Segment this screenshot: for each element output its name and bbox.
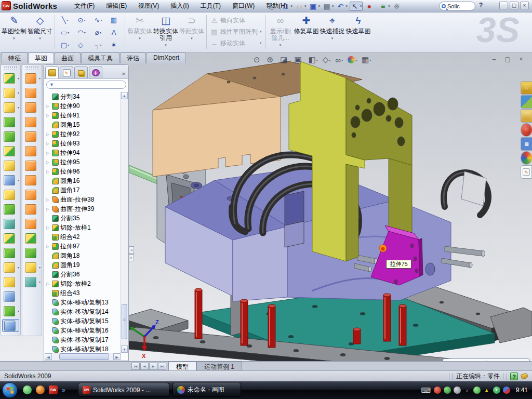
surface-tool-button[interactable]: ▾ xyxy=(23,217,41,230)
feature-tree-item[interactable]: ▷ 拉伸92 xyxy=(45,129,121,139)
feature-tool-button[interactable]: ▾ xyxy=(2,188,19,201)
expand-arrow-icon[interactable]: ▷ xyxy=(46,207,50,211)
sketch-button[interactable]: ✎ 草图绘制 ▾ xyxy=(1,13,27,50)
dropdown-caret-icon[interactable]: ▾ xyxy=(68,43,69,47)
undo-icon[interactable]: ↶▾ xyxy=(336,2,348,10)
taskpane-file-explorer-tab[interactable] xyxy=(521,109,532,123)
tag-icon[interactable] xyxy=(521,373,528,380)
new-file-icon[interactable]: □▾ xyxy=(281,2,293,10)
surface-tool-button[interactable]: ▾ xyxy=(23,246,41,259)
dropdown-caret-icon[interactable]: ▾ xyxy=(66,18,68,22)
display-delete-relations-button[interactable]: ∞ 显示/删除几... ▾ xyxy=(268,13,294,50)
dropdown-caret-icon[interactable]: ▾ xyxy=(100,31,101,34)
ellipse-tool[interactable]: ⌀▾ xyxy=(90,26,107,38)
surface-tool-button[interactable]: ▾ xyxy=(23,130,41,143)
tab-overflow-button[interactable]: » xyxy=(122,70,127,78)
feature-tree-item[interactable]: ▷ 拉伸94 xyxy=(45,148,121,157)
feature-tool-button[interactable]: ▾ xyxy=(2,144,19,157)
spline-tool[interactable]: ∿▾ xyxy=(90,14,107,26)
feature-tree-item[interactable]: ▷ 曲面-拉伸38 xyxy=(45,195,121,204)
selection-filter-icon[interactable]: ※▾ xyxy=(392,2,404,10)
surface-tool-button[interactable]: ▾ xyxy=(23,188,41,201)
task-button-paint[interactable]: 未命名 - 画图 xyxy=(172,383,241,397)
linear-sketch-pattern-button[interactable]: ▦ 线性草图阵列 ▾ xyxy=(208,26,264,37)
surface-tool-button[interactable]: ▾ xyxy=(23,261,41,274)
dropdown-caret-icon[interactable]: ▾ xyxy=(68,31,69,34)
expand-arrow-icon[interactable]: ▷ xyxy=(46,244,50,249)
dropdown-caret-icon[interactable]: ▾ xyxy=(355,58,357,62)
feature-tree-item[interactable]: ▷ 切除-放样2 xyxy=(45,279,121,288)
taskpane-view-palette-tab[interactable]: ▦ xyxy=(521,137,532,151)
dropdown-caret-icon[interactable]: ▾ xyxy=(388,4,390,8)
expand-arrow-icon[interactable]: ▷ xyxy=(46,169,50,174)
feature-tool-button[interactable]: ▾ xyxy=(2,130,19,143)
dropdown-caret-icon[interactable]: ▾ xyxy=(346,4,348,8)
dropdown-caret-icon[interactable]: ▾ xyxy=(304,4,307,8)
surface-tool-button[interactable]: ▾ xyxy=(23,159,41,172)
dropdown-caret-icon[interactable]: ▾ xyxy=(39,280,41,284)
feature-tree-item[interactable]: ▷ 拉伸97 xyxy=(45,242,121,251)
feature-tool-button[interactable]: ▾ xyxy=(2,115,19,128)
menu-window[interactable]: 窗口(W) xyxy=(227,0,260,12)
dropdown-caret-icon[interactable]: ▾ xyxy=(18,76,19,80)
smart-dimension-button[interactable]: ◇ 智能尺寸 ▾ xyxy=(27,13,53,50)
tab-dimxpert[interactable]: DimXpert xyxy=(147,52,186,63)
tray-sync-icon[interactable] xyxy=(473,387,481,394)
dropdown-caret-icon[interactable]: ▾ xyxy=(100,18,102,22)
repair-sketch-button[interactable]: ✚ 修复草图 ▾ xyxy=(294,13,320,50)
search-input[interactable]: Solic xyxy=(447,3,460,9)
tray-warning-icon[interactable]: ▲ xyxy=(483,387,490,394)
tree-filter-input[interactable]: ▼ xyxy=(46,81,126,89)
menu-view[interactable]: 视图(V) xyxy=(132,0,165,12)
start-button[interactable] xyxy=(2,382,18,398)
search-box[interactable]: Solic xyxy=(439,2,475,10)
scene-icon[interactable]: ▦▾ xyxy=(362,55,371,64)
feature-tool-button[interactable]: ▾ xyxy=(2,319,19,332)
feature-tool-button[interactable]: ▾ xyxy=(2,290,19,303)
doc-close-button[interactable]: × xyxy=(516,56,526,63)
tab-surfaces[interactable]: 曲面 xyxy=(55,52,81,63)
feature-tree-item[interactable]: ▷ 圆角18 xyxy=(45,251,121,260)
trim-entities-button[interactable]: ✂ 剪裁实体 ▾ xyxy=(127,13,153,50)
scroll-up-button[interactable]: ▲ xyxy=(121,92,128,99)
tray-health-icon[interactable]: + xyxy=(493,387,500,394)
expand-arrow-icon[interactable]: ▷ xyxy=(46,151,50,155)
menu-insert[interactable]: 插入(I) xyxy=(165,0,194,12)
model-canvas[interactable]: Y Z X xyxy=(129,52,532,361)
quick-tips-help-icon[interactable]: ? xyxy=(510,373,518,380)
configurationmanager-tab[interactable] xyxy=(74,66,88,78)
dropdown-caret-icon[interactable]: ▾ xyxy=(84,31,86,34)
surface-tool-button[interactable]: ▾ xyxy=(23,203,41,216)
restore-button[interactable]: ▢ xyxy=(510,2,518,9)
offset-entities-button[interactable]: ⊃ 等距实体 ▾ xyxy=(179,13,205,50)
surface-tool-button[interactable]: ▾ xyxy=(23,174,41,187)
quicklaunch-messenger-icon[interactable] xyxy=(23,385,32,394)
close-button[interactable]: × xyxy=(520,2,529,9)
expand-arrow-icon[interactable]: ▷ xyxy=(46,160,50,165)
feature-tool-button[interactable]: ▾ xyxy=(2,72,19,85)
scroll-left-button[interactable]: ◀ xyxy=(45,353,52,360)
feature-tree-item[interactable]: ▷ 实体-移动/复制14 xyxy=(45,307,121,316)
feature-tree-item[interactable]: ▷ 实体-移动/复制16 xyxy=(45,326,121,335)
feature-tool-button[interactable]: ▾ xyxy=(2,174,19,187)
taskpane-design-library-tab[interactable] xyxy=(521,95,532,109)
toolbar-grip[interactable] xyxy=(25,66,38,70)
zoom-area-icon[interactable]: ⊕▾ xyxy=(267,55,276,64)
dropdown-caret-icon[interactable]: ▾ xyxy=(331,35,334,42)
dropdown-caret-icon[interactable]: ▾ xyxy=(18,105,19,109)
tab-features[interactable]: 特征 xyxy=(2,52,28,63)
select-icon[interactable]: ↖▾ xyxy=(350,2,363,11)
polygon-tool[interactable]: ◇▾ xyxy=(73,38,90,51)
dropdown-caret-icon[interactable]: ▾ xyxy=(13,35,15,42)
dropdown-caret-icon[interactable]: ▾ xyxy=(369,58,371,62)
open-file-icon[interactable]: ▱▾ xyxy=(295,2,307,10)
mirror-entities-button[interactable]: ⚠ 镜向实体 ▾ xyxy=(208,15,264,26)
dropdown-caret-icon[interactable]: ▾ xyxy=(329,58,330,62)
scroll-right-button[interactable]: ▶ xyxy=(113,353,121,360)
dropdown-caret-icon[interactable]: ▾ xyxy=(18,91,19,95)
taskpane-resources-tab[interactable]: ⌂ xyxy=(521,81,532,95)
rapid-sketch-button[interactable]: ϟ 快速草图 ▾ xyxy=(345,13,371,50)
splitter-collapse-button[interactable]: ◂ xyxy=(129,246,134,254)
dropdown-caret-icon[interactable]: ▾ xyxy=(191,35,193,42)
pin-icon[interactable]: ◎▾ xyxy=(267,2,279,10)
